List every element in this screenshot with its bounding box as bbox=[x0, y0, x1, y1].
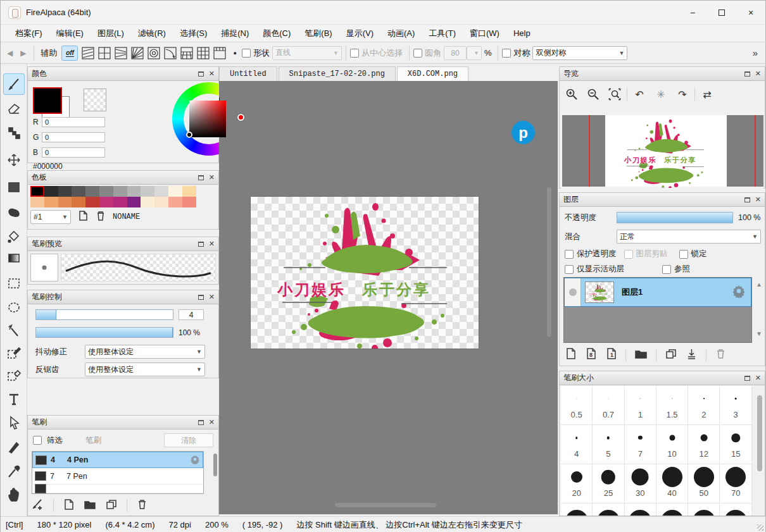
palette-swatch[interactable] bbox=[72, 197, 85, 207]
antialias-select[interactable]: 使用整体设定▼ bbox=[85, 362, 205, 376]
close-panel-icon[interactable]: ✕ bbox=[755, 196, 761, 203]
menu-item-9[interactable]: 动画(A) bbox=[380, 25, 422, 42]
brush-size-cell-0.7[interactable]: 0.7 bbox=[593, 386, 624, 425]
menu-item-10[interactable]: 工具(T) bbox=[422, 25, 463, 42]
delete-brush-icon[interactable] bbox=[136, 498, 148, 513]
close-panel-icon[interactable]: ✕ bbox=[755, 70, 761, 77]
scroll-down-icon[interactable]: ▼ bbox=[755, 330, 763, 337]
move-tool[interactable] bbox=[3, 149, 25, 171]
brush-size-cell-20[interactable]: 20 bbox=[561, 464, 593, 504]
palette-swatch[interactable] bbox=[127, 186, 141, 197]
brush-size-cell-0.5[interactable]: 0.5 bbox=[561, 386, 593, 425]
brush-size-cell-7[interactable]: 7 bbox=[625, 425, 656, 464]
brush-size-cell-25[interactable]: 25 bbox=[593, 464, 624, 504]
shape-fill-tool[interactable] bbox=[3, 176, 25, 198]
layer-visibility-cell[interactable] bbox=[565, 278, 581, 306]
menu-item-3[interactable]: 滤镜(R) bbox=[131, 25, 173, 42]
duplicate-layer-icon[interactable] bbox=[665, 348, 677, 362]
brush-filter-checkbox[interactable] bbox=[33, 436, 42, 445]
rounded-corner-value-input[interactable] bbox=[444, 46, 467, 60]
new-layer-icon[interactable] bbox=[565, 347, 577, 362]
brush-size-cell-clipped[interactable] bbox=[625, 504, 656, 516]
brush-size-slider[interactable] bbox=[35, 309, 173, 320]
palette-swatch[interactable] bbox=[154, 197, 168, 207]
shape-checkbox[interactable] bbox=[242, 49, 251, 58]
document-tab-1[interactable]: Snipaste_17-02-20.png bbox=[279, 66, 396, 81]
zoom-in-icon[interactable] bbox=[562, 85, 581, 103]
shape-select[interactable]: 直线▼ bbox=[272, 46, 342, 60]
brush-size-cell-5[interactable]: 5 bbox=[593, 425, 624, 464]
magic-wand-tool[interactable] bbox=[3, 320, 25, 342]
palette-swatch[interactable] bbox=[113, 186, 127, 197]
new-palette-icon[interactable] bbox=[77, 210, 89, 224]
brush-size-cell-1.5[interactable]: 1.5 bbox=[656, 386, 688, 425]
canvas-vertical-scrollbar[interactable] bbox=[547, 187, 551, 337]
brush-size-cell-40[interactable]: 40 bbox=[656, 464, 688, 504]
palette-swatch[interactable] bbox=[141, 197, 154, 207]
palette-swatch[interactable] bbox=[99, 197, 113, 207]
document-tab-2[interactable]: X6D.COM.png bbox=[397, 66, 468, 81]
brush-size-cell-12[interactable]: 12 bbox=[688, 425, 720, 464]
palette-swatch[interactable] bbox=[182, 186, 196, 197]
layer-blend-select[interactable]: 正常▼ bbox=[617, 230, 761, 244]
snap-off-button[interactable]: off bbox=[61, 46, 78, 61]
palette-swatch[interactable] bbox=[58, 186, 72, 197]
layer-clip-option[interactable]: 图层剪贴 bbox=[624, 249, 668, 259]
symmetry-checkbox[interactable] bbox=[502, 49, 511, 58]
brush-size-cell-50[interactable]: 50 bbox=[688, 464, 720, 504]
foreground-color-swatch[interactable] bbox=[33, 87, 62, 114]
brush-tool[interactable] bbox=[3, 73, 25, 95]
brush-list-item-1[interactable]: 77 Pen bbox=[32, 468, 203, 485]
reset-rotation-icon[interactable]: ✳ bbox=[651, 85, 670, 103]
float-panel-icon[interactable] bbox=[744, 376, 750, 381]
hand-tool[interactable] bbox=[3, 485, 25, 506]
close-button[interactable]: × bbox=[736, 1, 765, 24]
scroll-up-icon[interactable]: ▲ bbox=[755, 281, 763, 288]
menu-item-1[interactable]: 编辑(E) bbox=[49, 25, 91, 42]
hue-cursor[interactable] bbox=[237, 114, 244, 121]
float-panel-icon[interactable] bbox=[744, 71, 750, 77]
rotate-right-icon[interactable]: ↷ bbox=[673, 85, 692, 103]
palette-swatch[interactable] bbox=[85, 186, 99, 197]
snap-grid-icon[interactable] bbox=[195, 46, 211, 61]
palette-swatch[interactable] bbox=[154, 186, 168, 197]
rounded-corner-checkbox[interactable] bbox=[413, 49, 422, 58]
close-panel-icon[interactable]: ✕ bbox=[209, 174, 215, 181]
brush-size-cell-2[interactable]: 2 bbox=[688, 386, 720, 425]
float-panel-icon[interactable] bbox=[198, 295, 204, 300]
protect-alpha-checkbox[interactable] bbox=[565, 250, 574, 259]
layer-folder-icon[interactable] bbox=[634, 348, 648, 362]
snap-ruler-icon[interactable] bbox=[211, 46, 228, 61]
zoom-fit-icon[interactable] bbox=[605, 85, 624, 103]
blue-value-bar[interactable]: 0 bbox=[42, 147, 105, 158]
document-tab-0[interactable]: Untitled bbox=[219, 66, 277, 81]
palette-swatch[interactable] bbox=[72, 186, 85, 197]
layer-lock-checkbox[interactable] bbox=[679, 250, 688, 259]
snap-cross-icon[interactable] bbox=[96, 46, 113, 61]
close-panel-icon[interactable]: ✕ bbox=[209, 240, 215, 247]
layer-opacity-slider[interactable] bbox=[617, 212, 733, 223]
eyedropper-tool[interactable] bbox=[3, 461, 25, 483]
brush-size-cell-clipped[interactable] bbox=[561, 504, 593, 516]
brush-size-cell-1[interactable]: 1 bbox=[625, 386, 656, 425]
palette-swatch[interactable] bbox=[30, 186, 44, 197]
merge-down-icon[interactable] bbox=[686, 348, 698, 362]
dot-tool[interactable] bbox=[3, 122, 25, 144]
delete-palette-icon[interactable] bbox=[95, 210, 106, 224]
next-icon[interactable]: ▶ bbox=[16, 47, 30, 59]
protect-alpha-option[interactable]: 保护透明度 bbox=[565, 249, 617, 259]
snap-concentric-icon[interactable] bbox=[146, 46, 162, 61]
layer-settings-gear-icon[interactable] bbox=[732, 284, 746, 300]
select-rect-tool[interactable] bbox=[3, 273, 25, 294]
menu-item-2[interactable]: 图层(L) bbox=[91, 25, 131, 42]
brush-size-value[interactable]: 4 bbox=[179, 309, 204, 320]
menu-item-12[interactable]: Help bbox=[506, 26, 537, 40]
menu-item-7[interactable]: 笔刷(B) bbox=[298, 25, 339, 42]
menu-item-4[interactable]: 选择(S) bbox=[173, 25, 214, 42]
show-active-checkbox[interactable] bbox=[565, 265, 574, 274]
snap-vanish-icon[interactable] bbox=[113, 46, 129, 61]
snap-perspective-grid-icon[interactable] bbox=[179, 46, 195, 61]
brush-size-cell-clipped[interactable] bbox=[688, 504, 720, 516]
snap-curve-icon[interactable] bbox=[162, 46, 179, 61]
menu-item-6[interactable]: 颜色(C) bbox=[256, 25, 298, 42]
